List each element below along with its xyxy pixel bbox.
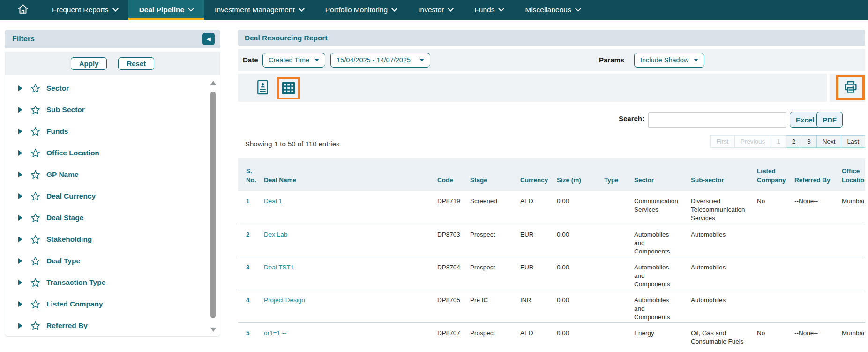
caret-right-icon[interactable] (18, 172, 22, 177)
print-button[interactable] (836, 75, 865, 100)
column-header-deal_name[interactable]: Deal Name (264, 158, 437, 191)
filter-item-transaction-type[interactable]: Transaction Type (5, 272, 220, 293)
export-excel-button[interactable]: Excel (790, 112, 820, 128)
date-type-dropdown[interactable]: Created Time (262, 53, 325, 68)
caret-right-icon[interactable] (18, 193, 22, 199)
deal-name-link[interactable]: Dex Lab (264, 231, 287, 238)
nav-item-funds[interactable]: Funds (464, 0, 514, 20)
star-icon[interactable] (30, 148, 40, 158)
star-icon[interactable] (30, 105, 40, 115)
cell-value: DP8707 (437, 329, 460, 337)
deal-name-link[interactable]: Deal 1 (264, 198, 282, 205)
pagination-3[interactable]: 3 (801, 135, 817, 148)
column-header-currency[interactable]: Currency (520, 158, 557, 191)
star-icon[interactable] (30, 256, 40, 266)
params-dropdown[interactable]: Include Shadow (634, 53, 704, 68)
report-view-button[interactable] (257, 80, 269, 96)
star-icon[interactable] (30, 235, 40, 245)
caret-right-icon[interactable] (18, 237, 22, 242)
column-header-sno[interactable]: S. No. (238, 158, 264, 191)
caret-right-icon[interactable] (18, 150, 22, 156)
column-header-stage[interactable]: Stage (470, 158, 520, 191)
star-icon[interactable] (30, 299, 40, 309)
caret-right-icon[interactable] (18, 107, 22, 113)
cell-size: 0.00 (557, 224, 604, 257)
date-range-dropdown[interactable]: 15/04/2025 - 14/07/2025 (330, 53, 430, 68)
scrollbar-thumb[interactable] (210, 92, 216, 318)
star-icon[interactable] (30, 191, 40, 201)
cell-value: 4 (246, 297, 250, 304)
scrollbar-up-arrow[interactable] (210, 81, 216, 85)
column-header-size[interactable]: Size (m) (557, 158, 604, 191)
scrollbar-down-arrow[interactable] (210, 328, 216, 332)
deal-name-link[interactable]: or1=1 -- (264, 329, 286, 337)
star-icon[interactable] (30, 127, 40, 137)
table-row: 3Deal TST1DP8704ProspectEUR0.00Automobil… (238, 257, 865, 290)
sidebar-scrollbar[interactable] (210, 80, 217, 332)
cell-deal-name: Deal 1 (264, 191, 437, 224)
filter-item-deal-type[interactable]: Deal Type (5, 250, 220, 272)
pagination-2[interactable]: 2 (786, 135, 802, 148)
filter-item-sub-sector[interactable]: Sub Sector (5, 99, 220, 121)
filter-item-deal-stage[interactable]: Deal Stage (5, 207, 220, 229)
column-header-sector[interactable]: Sector (634, 158, 691, 191)
home-button[interactable] (0, 0, 41, 20)
cell-value: No (757, 198, 765, 205)
filters-title: Filters (12, 35, 35, 43)
column-header-sub_sector[interactable]: Sub-sector (691, 158, 757, 191)
table-view-button[interactable] (277, 77, 300, 99)
filter-item-stakeholding[interactable]: Stakeholding (5, 229, 220, 250)
filter-item-listed-company[interactable]: Listed Company (5, 293, 220, 315)
cell-value: DP8705 (437, 297, 460, 304)
filter-item-funds[interactable]: Funds (5, 121, 220, 142)
filter-item-gp-name[interactable]: GP Name (5, 164, 220, 185)
nav-item-frequent-reports[interactable]: Frequent Reports (41, 0, 128, 20)
filter-item-office-location[interactable]: Office Location (5, 142, 220, 164)
column-header-type[interactable]: Type (604, 158, 634, 191)
chevron-down-icon (499, 6, 505, 12)
cell-value: AED (520, 198, 533, 205)
export-pdf-button[interactable]: PDF (816, 112, 843, 128)
nav-item-investor[interactable]: Investor (407, 0, 464, 20)
cell-code: DP8704 (437, 257, 470, 290)
nav-item-miscellaneous[interactable]: Miscellaneous (514, 0, 591, 20)
caret-right-icon[interactable] (18, 323, 22, 329)
star-icon[interactable] (30, 84, 40, 93)
star-icon[interactable] (30, 213, 40, 223)
deal-name-link[interactable]: Deal TST1 (264, 264, 294, 271)
caret-right-icon[interactable] (18, 258, 22, 264)
date-range-value: 15/04/2025 - 14/07/2025 (337, 56, 411, 64)
pagination-next[interactable]: Next (816, 135, 842, 148)
column-header-office_location[interactable]: Office Location (842, 158, 865, 191)
home-icon (17, 3, 29, 17)
table-row: 4Project DesignDP8705Pre ICINR0.00Automo… (238, 290, 865, 322)
filter-item-sector[interactable]: Sector (5, 77, 220, 99)
apply-button[interactable]: Apply (71, 57, 107, 70)
reset-button[interactable]: Reset (118, 57, 154, 70)
collapse-panel-button[interactable]: ◀ (202, 33, 215, 45)
nav-item-investment-management[interactable]: Investment Management (204, 0, 314, 20)
filter-item-deal-currency[interactable]: Deal Currency (5, 185, 220, 207)
column-header-listed_company[interactable]: Listed Company (757, 158, 794, 191)
pagination-last[interactable]: Last (841, 135, 865, 148)
caret-right-icon[interactable] (18, 280, 22, 285)
nav-item-deal-pipeline[interactable]: Deal Pipeline (128, 0, 204, 20)
cell-value: DP8719 (437, 198, 460, 205)
caret-right-icon[interactable] (18, 85, 22, 91)
column-header-code[interactable]: Code (437, 158, 470, 191)
star-icon[interactable] (30, 170, 40, 180)
caret-right-icon[interactable] (18, 301, 22, 307)
caret-right-icon[interactable] (18, 129, 22, 134)
date-label: Date (243, 56, 258, 64)
search-input[interactable] (648, 112, 786, 128)
caret-right-icon[interactable] (18, 215, 22, 221)
cell-listed-company: No (757, 191, 794, 224)
star-icon[interactable] (30, 321, 40, 331)
table-grid-icon (281, 90, 296, 97)
cell-value: DP8704 (437, 264, 460, 271)
filter-item-referred-by[interactable]: Referred By (5, 315, 220, 337)
column-header-referred_by[interactable]: Referred By (794, 158, 842, 191)
deal-name-link[interactable]: Project Design (264, 297, 305, 304)
nav-item-portfolio-monitoring[interactable]: Portfolio Monitoring (314, 0, 408, 20)
star-icon[interactable] (30, 278, 40, 288)
